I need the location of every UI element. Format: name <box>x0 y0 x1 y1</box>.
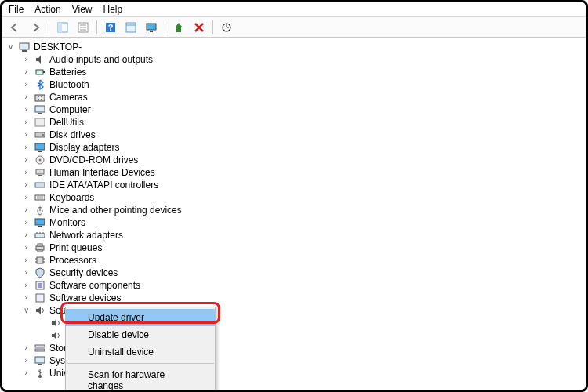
expand-icon[interactable]: › <box>21 105 31 114</box>
expand-icon[interactable]: › <box>21 356 31 365</box>
tree-item-label: Display adapters <box>49 141 119 154</box>
tree-item[interactable]: ›Software components <box>21 279 586 292</box>
tree-item[interactable]: ›Print queues <box>21 241 586 254</box>
uninstall-button[interactable] <box>190 19 209 36</box>
svg-rect-10 <box>147 24 156 30</box>
expand-icon[interactable]: › <box>21 218 31 227</box>
svg-rect-55 <box>35 349 45 351</box>
menu-view[interactable]: View <box>72 4 93 15</box>
forward-button[interactable] <box>26 19 45 36</box>
svg-rect-11 <box>150 31 153 32</box>
svg-rect-45 <box>38 250 42 252</box>
tree-item-label: Monitors <box>49 216 85 229</box>
svg-rect-30 <box>38 175 42 176</box>
show-hide-button[interactable] <box>53 19 72 36</box>
tree-item[interactable]: ›Cameras <box>21 91 586 103</box>
scan-button[interactable] <box>217 19 236 36</box>
menu-file[interactable]: File <box>9 4 24 15</box>
action-button[interactable] <box>122 19 140 36</box>
svg-rect-57 <box>38 364 42 365</box>
expand-icon[interactable]: › <box>21 67 31 77</box>
tree-root[interactable]: ∨ DESKTOP- <box>5 41 586 53</box>
collapse-icon[interactable]: ∨ <box>21 306 31 315</box>
menu-action[interactable]: Action <box>34 4 60 15</box>
properties-button[interactable] <box>74 19 93 36</box>
svg-rect-15 <box>22 50 27 52</box>
tree-item-label: Security devices <box>49 267 118 279</box>
tree-item-label: Network adapters <box>49 229 123 241</box>
device-icon <box>34 78 46 91</box>
tree-item[interactable]: ›Security devices <box>21 267 586 279</box>
svg-rect-31 <box>35 183 45 187</box>
svg-rect-54 <box>35 345 45 347</box>
collapse-icon[interactable]: ∨ <box>5 42 15 52</box>
expand-icon[interactable]: › <box>21 130 31 140</box>
tree-item-label: IDE ATA/ATAPI controllers <box>49 179 158 191</box>
tree-item-label: Disk drives <box>49 129 96 141</box>
expand-icon[interactable]: › <box>21 368 31 378</box>
expand-icon[interactable]: › <box>21 93 31 102</box>
device-icon <box>34 241 46 254</box>
tree-item[interactable]: ›DellUtils <box>21 116 586 129</box>
expand-icon[interactable]: › <box>21 55 31 64</box>
expand-icon[interactable]: › <box>21 118 31 127</box>
ctx-separator <box>67 363 214 364</box>
tree-item[interactable]: ›Bluetooth <box>21 78 586 91</box>
tree-item[interactable]: ›DVD/CD-ROM drives <box>21 154 586 166</box>
toolbar-separator <box>96 20 97 34</box>
audio-device-icon <box>49 317 62 329</box>
expand-icon[interactable]: › <box>21 143 31 152</box>
tree-item[interactable]: ›Monitors <box>21 216 586 229</box>
device-icon <box>34 141 46 154</box>
tree-item[interactable]: ›Audio inputs and outputs <box>21 53 586 66</box>
tree-item[interactable]: ›Display adapters <box>21 141 586 154</box>
ctx-uninstall-device[interactable]: Uninstall device <box>66 343 215 361</box>
spacer <box>37 331 46 340</box>
ctx-scan-hardware[interactable]: Scan for hardware changes <box>66 366 215 392</box>
svg-rect-29 <box>36 169 44 174</box>
tree-item[interactable]: ›Computer <box>21 103 586 116</box>
ctx-update-driver[interactable]: Update driver <box>66 309 215 326</box>
svg-point-28 <box>39 159 42 162</box>
tree-item-label: DVD/CD-ROM drives <box>49 154 138 166</box>
expand-icon[interactable]: › <box>21 230 31 240</box>
help-button[interactable]: ? <box>101 19 120 36</box>
expand-icon[interactable]: › <box>21 268 31 278</box>
monitor-button[interactable] <box>142 19 161 36</box>
expand-icon[interactable]: › <box>21 193 31 202</box>
device-icon <box>34 91 46 103</box>
tree-item[interactable]: ›Software devices <box>21 292 586 304</box>
expand-icon[interactable]: › <box>21 256 31 265</box>
device-icon <box>34 216 46 229</box>
back-button[interactable] <box>5 19 24 36</box>
tree-item-label: Batteries <box>49 66 86 78</box>
expand-icon[interactable]: › <box>21 205 31 215</box>
tree-item[interactable]: ›Keyboards <box>21 191 586 204</box>
svg-rect-17 <box>43 71 45 73</box>
expand-icon[interactable]: › <box>21 80 31 89</box>
tree-item-label: Processors <box>49 254 96 267</box>
device-icon <box>34 103 46 116</box>
expand-icon[interactable]: › <box>21 343 31 353</box>
expand-icon[interactable]: › <box>21 155 31 165</box>
ctx-disable-device[interactable]: Disable device <box>66 326 215 343</box>
expand-icon[interactable]: › <box>21 168 31 177</box>
tree-item[interactable]: ›Human Interface Devices <box>21 166 586 179</box>
expand-icon[interactable]: › <box>21 281 31 290</box>
menu-help[interactable]: Help <box>103 4 123 15</box>
device-icon <box>34 179 46 191</box>
tree-item[interactable]: ›Processors <box>21 254 586 267</box>
toolbar-separator <box>165 20 165 34</box>
tree-item[interactable]: ›Batteries <box>21 66 586 78</box>
tree-item[interactable]: ›IDE ATA/ATAPI controllers <box>21 179 586 191</box>
expand-icon[interactable]: › <box>21 180 31 190</box>
expand-icon[interactable]: › <box>21 293 31 303</box>
tree-item[interactable]: ›Network adapters <box>21 229 586 241</box>
expand-icon[interactable]: › <box>21 243 31 252</box>
tree-item-label: DellUtils <box>49 116 84 129</box>
tree-item[interactable]: ›Disk drives <box>21 129 586 141</box>
tree-item[interactable]: ›Mice and other pointing devices <box>21 204 586 216</box>
device-icon <box>34 354 46 367</box>
update-driver-button[interactable] <box>169 19 188 36</box>
svg-rect-37 <box>35 219 45 225</box>
